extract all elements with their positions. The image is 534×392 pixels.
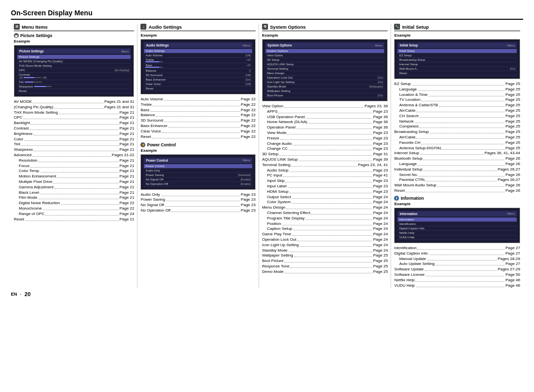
system-header-label: System Options xyxy=(270,24,306,30)
list-item: Auto Volume Page 22 xyxy=(140,97,255,102)
is-item-reset[interactable]: Reset xyxy=(398,71,517,76)
page-number: 20 xyxy=(25,291,31,297)
system-options-screenshot: System Options Menu System Options View … xyxy=(262,39,388,101)
so-scr-title: System Options xyxy=(267,44,292,47)
so-item-3d-setup[interactable]: 3D Setup xyxy=(266,58,385,62)
so-screenshot-inner: System Options Menu System Options View … xyxy=(264,41,386,99)
as-scr-header: Audio Settings Menu xyxy=(144,43,252,48)
picture-settings-header: ▣ Picture Settings xyxy=(14,33,134,38)
is-item-initial-setup[interactable]: Initial Setup xyxy=(398,49,517,53)
list-item: TV Location Page 25 xyxy=(394,97,520,102)
info-scr-title: Information xyxy=(400,212,417,216)
picture-settings-icon: ▣ xyxy=(14,33,19,38)
list-item: Icon Light Up Setting Page 24 xyxy=(262,243,388,248)
pc-item-audio-only[interactable]: Audio Only xyxy=(144,169,252,173)
info-item-identification[interactable]: Identification xyxy=(398,222,517,226)
list-item: Clear Voice Page 22 xyxy=(140,129,255,134)
system-icon: ⚙ xyxy=(262,24,268,30)
list-item: Change Audio Page 23 xyxy=(262,141,388,146)
pc-scr-header: Power Control Menu xyxy=(144,158,252,163)
columns-container: ☰ Menu Items ▣ Picture Settings Example … xyxy=(11,24,523,288)
column-menu-items: ☰ Menu Items ▣ Picture Settings Example … xyxy=(11,24,137,288)
pc-item-no-operation[interactable]: No Operation Off[Enable] xyxy=(144,182,252,186)
ps-item-picture-settings[interactable]: Picture Settings xyxy=(17,55,131,59)
ps-item-av-mode[interactable]: AV MODE (Changing Pic.Quality) xyxy=(17,59,131,64)
list-item: Caption Setup Page 24 xyxy=(262,226,388,231)
column-initial-setup: 🔧 Initial Setup Example Initial Setup Me… xyxy=(391,24,523,288)
as-item-3d-surround[interactable]: 3D Surround[Off] xyxy=(144,73,252,78)
so-item-aquos-link[interactable]: AQUOS LINK Setup xyxy=(266,62,385,67)
as-item-reset[interactable]: Reset xyxy=(144,87,252,91)
list-item: Parental CTRL Pages 26-27 xyxy=(394,177,520,182)
info-item-vudu-help[interactable]: VUDU Help xyxy=(398,235,517,240)
as-item-balance[interactable]: Balance0 xyxy=(144,69,252,73)
list-item: Black Level Page 21 xyxy=(14,190,134,195)
column-header-system: ⚙ System Options xyxy=(262,24,388,31)
as-scr-title: Audio Settings xyxy=(146,44,169,47)
list-item: Antenna & Cable/STB Page 25 xyxy=(394,103,520,108)
so-item-standby[interactable]: Standby Mode[Wallpaper] xyxy=(266,85,385,89)
ps-item-contrast[interactable]: Contrast -30 +30 xyxy=(17,73,131,80)
info-item-information[interactable]: Information xyxy=(398,218,517,222)
as-item-treble[interactable]: Treble+15 xyxy=(144,58,252,63)
so-item-wallpaper[interactable]: Wallpaper Setting xyxy=(266,89,385,93)
info-scr-menu: Menu xyxy=(507,212,515,215)
power-control-screenshot: Power Control Menu Power Control Audio O… xyxy=(140,154,255,190)
list-item: Multiple Pixel Drive Page 21 xyxy=(14,179,134,184)
as-item-bass-enhancer[interactable]: Bass Enhancer[On] xyxy=(144,78,252,82)
pc-item-power-saving[interactable]: Power Saving[Standard] xyxy=(144,173,252,177)
information-example-label: Example xyxy=(394,202,520,206)
list-item: Freeze Page 23 xyxy=(262,136,388,141)
so-item-boot-picture[interactable]: Boot Picture[On] xyxy=(266,93,385,98)
list-item: Favorite CH Page 25 xyxy=(394,140,520,145)
so-item-view-option[interactable]: View Option xyxy=(266,53,385,58)
ps-item-opc[interactable]: OPC [Ex-Display] xyxy=(17,68,131,73)
pc-item-power-control[interactable]: Power Control xyxy=(144,164,252,169)
list-item: Bluetooth Setup Page 26 xyxy=(394,156,520,161)
initial-header-label: Initial Setup xyxy=(402,24,429,30)
so-item-system-options[interactable]: System Options xyxy=(266,49,385,53)
initial-icon: 🔧 xyxy=(394,24,400,30)
ps-item-reset[interactable]: Reset xyxy=(17,89,131,93)
as-item-auto-volume[interactable]: Auto Volume[Off] xyxy=(144,53,252,58)
list-item: Resolution Page 21 xyxy=(14,158,134,163)
as-item-bass[interactable]: Bass+15 xyxy=(144,63,252,69)
is-item-ez-setup[interactable]: EZ Setup xyxy=(398,53,517,58)
pc-item-no-signal[interactable]: No Signal Off[Enable] xyxy=(144,177,252,182)
list-item: Home Network (DLNA) Page 36 xyxy=(262,120,388,125)
list-item: Motion Enhancement Page 21 xyxy=(14,174,134,179)
list-item: 3D Setup Page 31 xyxy=(262,152,388,157)
as-item-audio-settings[interactable]: Audio Settings xyxy=(144,49,252,53)
list-item: HDMI Setup Page 23 xyxy=(262,189,388,194)
info-item-netflix-help[interactable]: Netflix Help xyxy=(398,231,517,235)
list-item: Boot Picture Page 25 xyxy=(262,259,388,263)
as-scr-menu: Menu xyxy=(243,44,250,47)
so-item-terminal-setting[interactable]: Terminal Setting xyxy=(266,67,385,71)
list-item: Software License Page 50 xyxy=(394,272,520,277)
so-scr-header: System Options Menu xyxy=(266,43,385,48)
ps-item-tint[interactable]: Tint xyxy=(17,80,131,85)
as-item-clear-voice[interactable]: Clear Voice[Off] xyxy=(144,82,252,87)
info-item-digital-caption[interactable]: Digital Caption Info. xyxy=(398,226,517,231)
is-item-internet[interactable]: Internet Setup xyxy=(398,62,517,67)
pc-screenshot-inner: Power Control Menu Power Control Audio O… xyxy=(142,156,253,188)
so-item-menu-design[interactable]: Menu Design xyxy=(266,71,385,76)
ps-item-thx[interactable]: THX Room Mode Setting xyxy=(17,64,131,68)
list-item: Film Mode Page 21 xyxy=(14,195,134,200)
column-system-options: ⚙ System Options Example System Options … xyxy=(259,24,392,288)
is-item-broadcasting[interactable]: Broadcasting Setup xyxy=(398,58,517,62)
ps-scr-header: Picture Settings Menu xyxy=(17,48,131,54)
system-options-entries: View Option Pages 23, 36 APPS Page 23 US… xyxy=(262,104,388,274)
so-item-operation-lock[interactable]: Operation Lock Out[On] xyxy=(266,76,385,80)
power-control-icon: ⚡ xyxy=(140,142,145,147)
list-item: Bass Enhancer Page 22 xyxy=(140,124,255,129)
ps-item-sharpness[interactable]: Sharpness xyxy=(17,85,131,89)
list-item: Color System Page 24 xyxy=(262,200,388,205)
so-item-icon-light[interactable]: Icon Light Up Setting[On] xyxy=(266,80,385,85)
list-item: Antenna Setup-DIGITAL Page 25 xyxy=(394,146,520,151)
list-item: Range of OPC Page 24 xyxy=(14,212,134,217)
list-item: Manual Update Pages 28-29 xyxy=(394,257,520,261)
is-item-wall-mount[interactable]: Wall Mount A...[On] xyxy=(398,67,517,71)
list-item: Digital Noise Reduction Page 22 xyxy=(14,201,134,206)
list-item: Advanced Pages 21-22 xyxy=(14,153,134,158)
